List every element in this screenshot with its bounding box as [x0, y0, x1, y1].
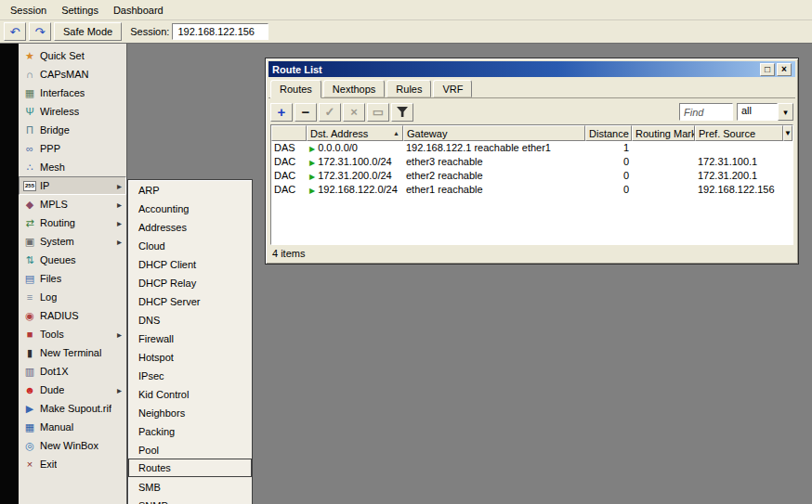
submenu-item-snmp[interactable]: SNMP [128, 496, 252, 504]
submenu-item-kid-control[interactable]: Kid Control [128, 384, 252, 403]
submenu-item-firewall[interactable]: Firewall [128, 329, 252, 347]
window-titlebar[interactable]: Route List □ × [268, 61, 795, 77]
remove-route-button[interactable]: − [295, 103, 317, 122]
submenu-item-dhcp-server[interactable]: DHCP Server [128, 291, 252, 310]
maximize-button[interactable]: □ [760, 63, 775, 76]
add-route-button[interactable]: + [270, 103, 293, 122]
comment-icon: ▭ [373, 105, 384, 119]
sidebar-item-bridge[interactable]: ΠBridge [19, 121, 126, 139]
route-table-header: Dst. Address▲GatewayDistanceRouting Mark… [271, 125, 792, 141]
pref-source-cell: 172.31.200.1 [695, 169, 783, 183]
sidebar-item-wireless[interactable]: ΨWireless [19, 102, 126, 121]
route-row[interactable]: DAC▶172.31.200.0/24ether2 reachable0172.… [271, 169, 792, 183]
terminal-icon: ▮ [23, 348, 36, 358]
sidebar-item-log[interactable]: ≡Log [19, 288, 126, 306]
system-icon: ▣ [23, 237, 36, 247]
sidebar-item-new-winbox[interactable]: ◎New WinBox [19, 436, 126, 455]
column-header-dst-address[interactable]: Dst. Address▲ [307, 125, 403, 141]
comment-button[interactable]: ▭ [367, 103, 389, 122]
safe-mode-button[interactable]: Safe Mode [54, 22, 122, 41]
session-address-field[interactable]: 192.168.122.156 [172, 23, 268, 40]
sidebar-item-queues[interactable]: ⇅Queues [19, 251, 126, 269]
disable-route-button[interactable]: × [343, 103, 365, 122]
route-row[interactable]: DAC▶192.168.122.0/24ether1 reachable0192… [271, 183, 792, 197]
sidebar-item-ppp[interactable]: ∞PPP [19, 139, 126, 158]
filter-dropdown[interactable]: all ▾ [737, 103, 793, 121]
column-header-routing-mark[interactable]: Routing Mark [632, 125, 695, 141]
submenu-item-hotspot[interactable]: Hotspot [128, 347, 252, 366]
menu-session[interactable]: Session [3, 2, 54, 19]
submenu-item-cloud[interactable]: Cloud [128, 236, 252, 254]
submenu-item-neighbors[interactable]: Neighbors [128, 403, 252, 421]
column-header-distance[interactable]: Distance [585, 125, 632, 141]
dst-address-cell: ▶172.31.200.0/24 [307, 169, 403, 183]
dst-address-cell: ▶0.0.0.0/0 [307, 141, 403, 155]
flags-cell: DAC [271, 169, 307, 183]
route-table-body: DAS▶0.0.0.0/0192.168.122.1 reachable eth… [271, 141, 792, 197]
tab-vrf[interactable]: VRF [433, 80, 472, 97]
submenu-item-pool[interactable]: Pool [128, 440, 252, 459]
column-header-label: Gateway [407, 128, 447, 139]
route-table: Dst. Address▲GatewayDistanceRouting Mark… [270, 124, 793, 245]
submenu-item-addresses[interactable]: Addresses [128, 217, 252, 236]
sidebar-item-ip[interactable]: 255IP▸ [19, 176, 126, 195]
distance-cell: 0 [585, 183, 632, 197]
submenu-item-dns[interactable]: DNS [128, 310, 252, 329]
submenu-item-accounting[interactable]: Accounting [128, 199, 252, 217]
tab-nexthops[interactable]: Nexthops [323, 80, 385, 97]
submenu-item-smb[interactable]: SMB [128, 477, 252, 496]
route-active-icon: ▶ [309, 159, 315, 167]
flags-cell: DAC [271, 155, 307, 169]
tab-rules[interactable]: Rules [386, 80, 431, 97]
dropdown-arrow-icon[interactable]: ▾ [778, 103, 793, 121]
submenu-item-routes[interactable]: Routes [128, 459, 252, 477]
column-header-pref-source[interactable]: Pref. Source [695, 125, 783, 141]
sidebar-item-radius[interactable]: ◉RADIUS [19, 306, 126, 325]
redo-button[interactable]: ↷ [29, 22, 51, 41]
sidebar-item-interfaces[interactable]: ▦Interfaces [19, 84, 126, 102]
submenu-item-dhcp-relay[interactable]: DHCP Relay [128, 273, 252, 291]
sidebar-item-label: Dude [40, 384, 64, 395]
submenu-item-dhcp-client[interactable]: DHCP Client [128, 254, 252, 273]
submenu-item-packing[interactable]: Packing [128, 421, 252, 440]
route-active-icon: ▶ [309, 173, 315, 181]
sidebar-item-routing[interactable]: ⇄Routing▸ [19, 213, 126, 232]
submenu-item-ipsec[interactable]: IPsec [128, 366, 252, 384]
sidebar-item-quick-set[interactable]: ★Quick Set [19, 46, 126, 65]
menu-settings[interactable]: Settings [54, 2, 106, 19]
column-header-flags[interactable] [271, 125, 307, 141]
filter-button[interactable] [391, 103, 413, 122]
minus-icon: − [302, 104, 310, 120]
column-header-label: Dst. Address [310, 128, 368, 139]
route-row[interactable]: DAC▶172.31.100.0/24ether3 reachable0172.… [271, 155, 792, 169]
sidebar-item-capsman[interactable]: ∩CAPsMAN [19, 65, 126, 84]
sidebar-item-system[interactable]: ▣System▸ [19, 232, 126, 251]
enable-route-button[interactable]: ✓ [319, 103, 341, 122]
sidebar-item-exit[interactable]: ×Exit [19, 455, 126, 473]
undo-icon: ↶ [10, 26, 20, 38]
sidebar-item-dot1x[interactable]: ▥Dot1X [19, 362, 126, 381]
menu-dashboard[interactable]: Dashboard [106, 2, 171, 19]
sidebar-item-label: Routing [40, 217, 75, 228]
dst-address-cell: ▶172.31.100.0/24 [307, 155, 403, 169]
sidebar-item-mesh[interactable]: ∴Mesh [19, 158, 126, 176]
sidebar-item-mpls[interactable]: ◆MPLS▸ [19, 195, 126, 213]
sidebar-item-tools[interactable]: ■Tools▸ [19, 325, 126, 343]
gateway-cell: ether2 reachable [403, 169, 585, 183]
tab-routes[interactable]: Routes [270, 80, 321, 98]
routing-mark-cell [632, 141, 695, 155]
sidebar-item-make-supout-rif[interactable]: ▶Make Supout.rif [19, 399, 126, 418]
submenu-item-arp[interactable]: ARP [128, 180, 252, 199]
undo-button[interactable]: ↶ [4, 22, 26, 41]
close-button[interactable]: × [777, 63, 792, 76]
sidebar-item-dude[interactable]: ☻Dude▸ [19, 381, 126, 399]
route-row[interactable]: DAS▶0.0.0.0/0192.168.122.1 reachable eth… [271, 141, 792, 155]
sidebar-item-label: PPP [40, 143, 60, 154]
column-select-button[interactable]: ▼ [783, 125, 792, 141]
column-header-gateway[interactable]: Gateway [403, 125, 585, 141]
sidebar-item-new-terminal[interactable]: ▮New Terminal [19, 343, 126, 362]
sidebar-item-files[interactable]: ▤Files [19, 269, 126, 288]
chevron-right-icon: ▸ [117, 385, 122, 395]
sidebar-item-manual[interactable]: ▦Manual [19, 418, 126, 436]
find-input[interactable] [679, 103, 733, 121]
